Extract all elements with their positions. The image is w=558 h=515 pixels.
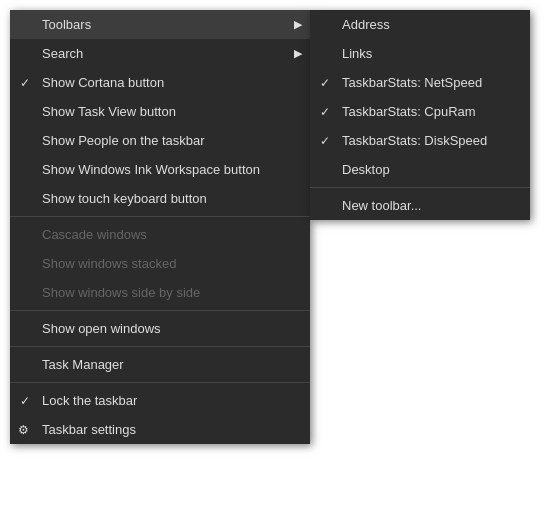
check-mark: ✓ [320, 105, 330, 119]
submenu-item-label: Links [342, 46, 372, 61]
menu-item-label: Cascade windows [42, 227, 147, 242]
menu-item-label: Search [42, 46, 83, 61]
submenu-item-desktop[interactable]: Desktop [310, 155, 530, 184]
menu-separator [10, 382, 310, 383]
submenu-separator [310, 187, 530, 188]
menu-separator [10, 346, 310, 347]
menu-item-sidebyside: Show windows side by side [10, 278, 310, 307]
menu-separator [10, 216, 310, 217]
submenu-item-label: Address [342, 17, 390, 32]
submenu-item-cpuram[interactable]: ✓TaskbarStats: CpuRam [310, 97, 530, 126]
menu-item-label: Task Manager [42, 357, 124, 372]
menu-item-cascade: Cascade windows [10, 220, 310, 249]
menu-item-show-keyboard[interactable]: Show touch keyboard button [10, 184, 310, 213]
menu-item-label: Toolbars [42, 17, 91, 32]
gear-icon: ⚙ [18, 423, 29, 437]
menu-item-label: Show windows side by side [42, 285, 200, 300]
submenu-item-address[interactable]: Address [310, 10, 530, 39]
menu-item-label: Show Windows Ink Workspace button [42, 162, 260, 177]
submenu-item-label: TaskbarStats: DiskSpeed [342, 133, 487, 148]
menu-item-show-taskview[interactable]: Show Task View button [10, 97, 310, 126]
menu-item-task-manager[interactable]: Task Manager [10, 350, 310, 379]
menu-item-open-windows[interactable]: Show open windows [10, 314, 310, 343]
submenu-arrow-icon: ▶ [294, 18, 302, 31]
submenu-item-netspeed[interactable]: ✓TaskbarStats: NetSpeed [310, 68, 530, 97]
context-menu-container: Toolbars▶Search▶✓Show Cortana buttonShow… [10, 10, 310, 444]
submenu-item-label: New toolbar... [342, 198, 422, 213]
submenu-item-label: TaskbarStats: NetSpeed [342, 75, 482, 90]
menu-item-lock-taskbar[interactable]: ✓Lock the taskbar [10, 386, 310, 415]
check-mark: ✓ [320, 134, 330, 148]
menu-item-label: Show Task View button [42, 104, 176, 119]
menu-item-search[interactable]: Search▶ [10, 39, 310, 68]
submenu-item-label: Desktop [342, 162, 390, 177]
menu-item-show-cortana[interactable]: ✓Show Cortana button [10, 68, 310, 97]
menu-item-taskbar-settings[interactable]: ⚙Taskbar settings [10, 415, 310, 444]
menu-item-label: Show open windows [42, 321, 161, 336]
check-mark: ✓ [320, 76, 330, 90]
submenu-item-label: TaskbarStats: CpuRam [342, 104, 476, 119]
menu-item-label: Show touch keyboard button [42, 191, 207, 206]
menu-item-label: Show windows stacked [42, 256, 176, 271]
submenu-item-links[interactable]: Links [310, 39, 530, 68]
submenu-arrow-icon: ▶ [294, 47, 302, 60]
menu-item-stacked: Show windows stacked [10, 249, 310, 278]
check-mark: ✓ [20, 394, 30, 408]
submenu-item-new-toolbar[interactable]: New toolbar... [310, 191, 530, 220]
menu-item-toolbars[interactable]: Toolbars▶ [10, 10, 310, 39]
menu-item-show-people[interactable]: Show People on the taskbar [10, 126, 310, 155]
menu-item-show-ink[interactable]: Show Windows Ink Workspace button [10, 155, 310, 184]
submenu-item-diskspeed[interactable]: ✓TaskbarStats: DiskSpeed [310, 126, 530, 155]
menu-separator [10, 310, 310, 311]
check-mark: ✓ [20, 76, 30, 90]
main-context-menu: Toolbars▶Search▶✓Show Cortana buttonShow… [10, 10, 310, 444]
menu-item-label: Taskbar settings [42, 422, 136, 437]
menu-item-label: Show Cortana button [42, 75, 164, 90]
menu-item-label: Lock the taskbar [42, 393, 137, 408]
menu-item-label: Show People on the taskbar [42, 133, 205, 148]
toolbars-submenu: AddressLinks✓TaskbarStats: NetSpeed✓Task… [310, 10, 530, 220]
